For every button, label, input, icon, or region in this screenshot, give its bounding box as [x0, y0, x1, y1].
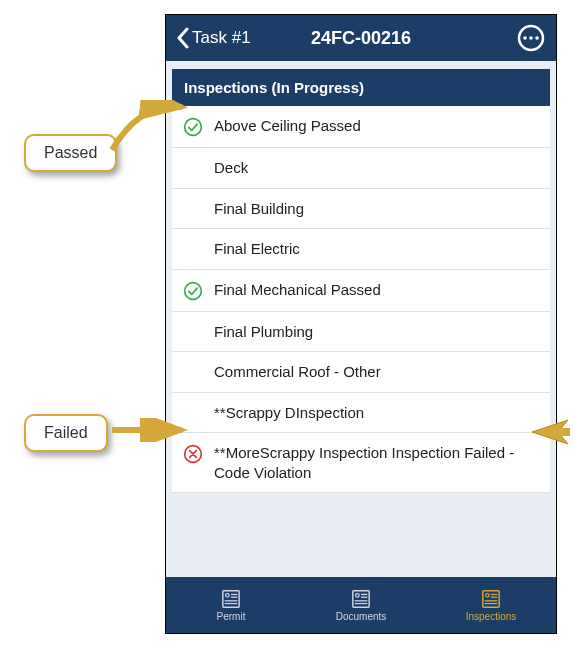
- callout-passed: Passed: [24, 134, 117, 172]
- callout-failed: Failed: [24, 414, 108, 452]
- list-item-label: **MoreScrappy Inspection Inspection Fail…: [214, 443, 538, 482]
- svg-rect-15: [353, 590, 369, 606]
- list-item[interactable]: Final Electric: [172, 229, 550, 270]
- list-item[interactable]: Above Ceiling Passed: [172, 106, 550, 148]
- list-item-label: Commercial Roof - Other: [214, 362, 538, 382]
- tab-permit[interactable]: Permit: [166, 577, 296, 633]
- list-item-label: **Scrappy DInspection: [214, 403, 538, 423]
- x-circle-icon: [183, 444, 203, 464]
- tab-permit-label: Permit: [217, 611, 246, 622]
- status-icon-slot: [182, 239, 204, 240]
- arrow-right-icon: [520, 416, 570, 452]
- status-icon-slot: [182, 199, 204, 200]
- list-item[interactable]: Final Mechanical Passed: [172, 270, 550, 312]
- inspections-icon: [480, 589, 502, 609]
- list-item-label: Final Mechanical Passed: [214, 280, 538, 300]
- list-item-label: Above Ceiling Passed: [214, 116, 538, 136]
- list-item-label: Final Plumbing: [214, 322, 538, 342]
- list-item[interactable]: Deck: [172, 148, 550, 189]
- svg-point-22: [486, 593, 490, 597]
- svg-rect-21: [483, 590, 499, 606]
- inspections-list: Above Ceiling PassedDeckFinal BuildingFi…: [172, 106, 550, 493]
- svg-point-10: [226, 593, 230, 597]
- more-button[interactable]: [516, 23, 546, 53]
- svg-point-4: [529, 36, 533, 40]
- back-label: Task #1: [192, 28, 251, 48]
- svg-rect-9: [223, 590, 239, 606]
- list-item[interactable]: **MoreScrappy Inspection Inspection Fail…: [172, 433, 550, 493]
- svg-point-16: [356, 593, 360, 597]
- status-icon-slot: [182, 362, 204, 363]
- permit-icon: [220, 589, 242, 609]
- list-item[interactable]: Commercial Roof - Other: [172, 352, 550, 393]
- more-icon: [517, 24, 545, 52]
- callout-failed-label: Failed: [44, 424, 88, 441]
- list-item-label: Deck: [214, 158, 538, 178]
- arrow-passed-icon: [110, 100, 190, 160]
- tab-documents[interactable]: Documents: [296, 577, 426, 633]
- back-button[interactable]: Task #1: [176, 27, 251, 49]
- tab-inspections-label: Inspections: [466, 611, 517, 622]
- documents-icon: [350, 589, 372, 609]
- tab-inspections[interactable]: Inspections: [426, 577, 556, 633]
- phone-frame: Task #1 24FC-00216 Inspections (In Progr…: [165, 14, 557, 634]
- filler: [172, 493, 550, 577]
- bottom-bar: Permit Documents Inspections: [166, 577, 556, 633]
- list-item-label: Final Building: [214, 199, 538, 219]
- svg-rect-1: [558, 428, 570, 436]
- tab-documents-label: Documents: [336, 611, 387, 622]
- section-title: Inspections (In Progress): [184, 79, 364, 96]
- section-header: Inspections (In Progress): [172, 69, 550, 106]
- status-icon-slot: [182, 280, 204, 301]
- svg-point-5: [535, 36, 539, 40]
- status-icon-slot: [182, 443, 204, 464]
- callout-passed-label: Passed: [44, 144, 97, 161]
- arrow-failed-icon: [110, 418, 190, 442]
- svg-point-3: [523, 36, 527, 40]
- list-item-label: Final Electric: [214, 239, 538, 259]
- check-circle-icon: [183, 281, 203, 301]
- top-bar: Task #1 24FC-00216: [166, 15, 556, 61]
- list-item[interactable]: **Scrappy DInspection: [172, 393, 550, 434]
- svg-point-7: [185, 282, 202, 299]
- list-item[interactable]: Final Plumbing: [172, 312, 550, 353]
- list-item[interactable]: Final Building: [172, 189, 550, 230]
- status-icon-slot: [182, 322, 204, 323]
- status-icon-slot: [182, 403, 204, 404]
- chevron-left-icon: [176, 27, 190, 49]
